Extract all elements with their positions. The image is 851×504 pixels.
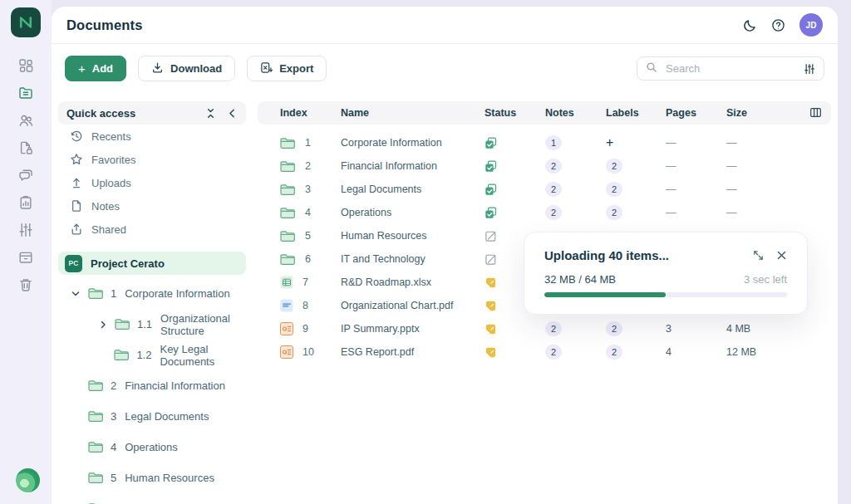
sidebar-item-shared[interactable]: Shared [58,218,246,241]
index-cell: 9 [280,322,341,335]
tree-item-3-legal-documents[interactable]: 3Legal Documents [58,401,246,432]
panel-left-button[interactable] [227,108,238,119]
rail-item-archive[interactable] [0,243,52,271]
tree-item-number: 2 [111,379,116,392]
trash-icon [18,277,33,292]
labels-badge[interactable]: 2 [606,321,622,336]
status-note-yellow-icon [485,323,545,335]
notes-badge[interactable]: 2 [545,205,562,220]
notes-badge[interactable]: 2 [545,182,562,197]
header-actions: JD [743,13,823,37]
folder-icon [88,379,104,392]
tree-item-label: Operations [125,441,178,453]
labels-badge[interactable]: 2 [606,159,622,174]
row-index: 5 [305,230,311,242]
rail-item-trash[interactable] [0,271,52,298]
users-icon [18,113,33,128]
tree-item-1-1-organizational-structure[interactable]: 1.1Organizational Structure [58,309,246,340]
row-name: Corporate Information [341,137,485,149]
labels-badge[interactable]: 2 [606,205,622,220]
rail-item-report[interactable] [0,188,52,216]
rail-item-chat[interactable] [0,161,52,188]
table-row-10[interactable]: 10ESG Report.pdf22412 MB [258,340,831,364]
rail-item-documents[interactable] [0,79,52,106]
rail-item-sliders[interactable] [0,216,52,243]
table-row-4[interactable]: 4Operations22—— [258,201,831,224]
download-icon [151,61,164,76]
table-row-2[interactable]: 2Financial Information22—— [258,154,831,178]
chat-widget[interactable] [16,468,40,492]
tree-item-label: Financial Information [125,379,225,392]
labels-badge[interactable]: 2 [606,182,622,197]
folder-icon [88,441,104,453]
sidebar-item-uploads[interactable]: Uploads [58,171,246,194]
moon-button[interactable] [743,18,757,32]
uploads-icon [70,176,83,189]
index-cell: 5 [280,230,341,242]
column-header-status[interactable]: Status [485,107,545,119]
column-header-index[interactable]: Index [280,107,341,119]
search-input[interactable] [664,61,797,76]
column-header-labels[interactable]: Labels [606,107,666,119]
toast-actions [753,250,787,261]
sidebar-item-favorites[interactable]: Favorites [58,148,246,171]
notes-badge[interactable]: 2 [545,321,562,336]
download-button[interactable]: Download [138,56,235,81]
export-button[interactable]: Export [247,56,327,81]
progress-fill [544,292,666,297]
app-logo[interactable] [11,7,41,37]
document-blue-icon [280,299,293,312]
filter-icon[interactable] [804,63,815,75]
notes-badge[interactable]: 2 [545,159,562,174]
status-note-yellow-icon [485,346,545,359]
add-button[interactable]: + Add [65,56,126,81]
upload-toast: Uploading 40 items... 32 MB / 64 MB 3 se… [524,232,808,315]
index-cell: 2 [280,160,341,173]
table-row-1[interactable]: 1Corporate Information1+—— [258,131,831,154]
column-header-notes[interactable]: Notes [545,107,606,119]
moon-icon [743,18,757,32]
notes-badge[interactable]: 1 [545,135,562,150]
presentation-icon [280,322,293,335]
tree-item-1-2-key-legal-documents[interactable]: 1.2Key Legal Documents [58,340,246,370]
expand-icon[interactable] [753,250,764,261]
labels-badge[interactable]: 2 [606,345,622,360]
sidebar-item-project-cerato[interactable]: PC Project Cerato [58,252,246,275]
help-button[interactable] [771,18,785,32]
row-name: IP Summary.pptx [341,323,485,335]
column-header-pages[interactable]: Pages [666,107,726,119]
close-icon[interactable] [776,250,787,261]
collapse-vertical-button[interactable] [205,108,216,119]
rail-item-dashboard[interactable] [0,51,52,79]
avatar[interactable]: JD [799,13,823,37]
pages-cell: — [666,207,726,218]
add-label-button[interactable]: + [606,135,666,150]
sidebar-item-notes[interactable]: Notes [58,194,246,218]
toast-title: Uploading 40 items... [544,248,669,262]
tree-item-2-financial-information[interactable]: 2Financial Information [58,370,246,401]
sidebar-item-recents[interactable]: Recents [58,125,246,148]
search-icon [646,61,657,76]
search-box[interactable] [637,56,824,81]
column-header-name[interactable]: Name [341,107,485,119]
tree-item-5-human-resources[interactable]: 5Human Resources [58,462,246,493]
folder-icon [115,318,130,330]
notes-icon [70,199,83,213]
rail-item-users[interactable] [0,106,52,134]
table-row-9[interactable]: 9IP Summary.pptx2234 MB [258,317,831,340]
notes-badge[interactable]: 2 [545,345,562,360]
folder-icon [280,160,296,173]
tree-item-1-corporate-information[interactable]: 1Corporate Information [58,278,246,309]
rail-items [0,51,52,298]
table-row-3[interactable]: 3Legal Documents22—— [258,178,831,201]
rail-item-secure-doc[interactable] [0,134,52,161]
recents-icon [70,130,83,143]
chevron-down-icon[interactable] [70,289,81,299]
table-header: IndexNameStatusNotesLabelsPagesSize [258,101,831,125]
quick-access-actions [205,108,238,119]
columns-icon[interactable] [809,106,822,119]
tree-item-partial[interactable] [58,493,246,504]
chevron-right-icon[interactable] [98,320,108,330]
page-title: Documents [66,17,143,33]
tree-item-4-operations[interactable]: 4Operations [58,432,246,462]
